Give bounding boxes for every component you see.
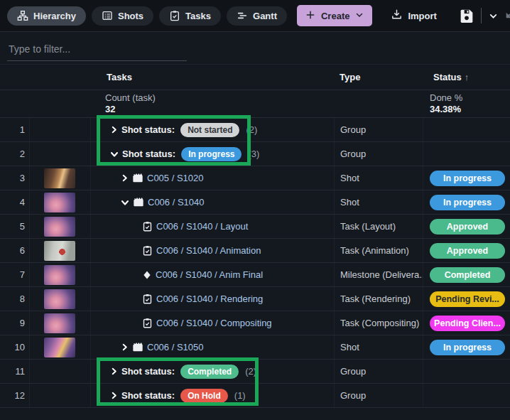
task-label[interactable]: Shot status:	[121, 366, 175, 377]
row-number: 10	[0, 335, 30, 359]
row-number: 9	[0, 311, 30, 335]
task-label[interactable]: Shot status:	[121, 390, 175, 401]
task-label[interactable]: C006 / S1040	[148, 197, 205, 208]
column-header-type[interactable]: Type	[334, 72, 423, 82]
table-row[interactable]: 1	[0, 118, 510, 142]
task-label[interactable]: C006 / S1040 / Anim Final	[156, 269, 263, 280]
table-row[interactable]: 12	[0, 384, 510, 408]
table-row[interactable]: 2	[0, 142, 510, 166]
save-button[interactable]	[460, 9, 474, 23]
column-header-status[interactable]: Status↑	[423, 72, 510, 82]
task-label[interactable]: C006 / S1040 / Rendering	[156, 294, 263, 304]
table-row[interactable]: 4	[0, 190, 510, 215]
row-number: 11	[0, 360, 30, 383]
film-icon	[133, 197, 144, 208]
chevron-right-icon[interactable]	[110, 392, 118, 399]
done-value: 34.38%	[430, 104, 510, 115]
type-cell: Task (Layout)	[334, 215, 423, 238]
status-pill[interactable]: Approved	[430, 219, 505, 235]
tab-gantt[interactable]: Gantt	[227, 6, 287, 26]
tab-label: Shots	[118, 11, 143, 21]
milestone-diamond-icon	[142, 270, 152, 280]
status-pill[interactable]: Pending Clien...	[430, 316, 505, 331]
table-row[interactable]: 8	[0, 287, 510, 311]
type-cell: Group	[334, 142, 423, 166]
status-pill[interactable]: Completed	[430, 267, 505, 283]
type-cell: Task (Compositing)	[334, 311, 423, 335]
import-icon	[391, 9, 403, 23]
table-row[interactable]: 5	[0, 215, 510, 239]
task-label[interactable]: C006 / S1050	[147, 342, 204, 352]
chevron-right-icon[interactable]	[110, 126, 118, 134]
shot-thumbnail[interactable]	[44, 313, 75, 333]
clipboard-check-icon	[142, 318, 153, 328]
chevron-right-icon[interactable]	[121, 174, 129, 182]
group-count: (1)	[234, 390, 246, 401]
chevron-down-icon[interactable]	[121, 198, 129, 207]
clipboard-check-icon	[142, 245, 153, 256]
task-label[interactable]: C006 / S1040 / Layout	[156, 221, 248, 232]
shot-thumbnail[interactable]	[44, 193, 75, 212]
table-header: Tasks Type Status↑	[0, 64, 510, 90]
group-count: (2)	[246, 124, 257, 135]
task-label[interactable]: Shot status:	[122, 149, 175, 159]
type-cell: Shot	[334, 166, 423, 190]
sort-arrow-icon: ↑	[465, 72, 470, 82]
task-label[interactable]: C006 / S1040 / Animation	[156, 245, 261, 256]
tab-tasks[interactable]: Tasks	[159, 6, 221, 26]
summary-row: Count (task) 32 Done % 34.38%	[0, 90, 510, 118]
save-options-chevron-icon[interactable]	[489, 11, 498, 21]
filter-input[interactable]	[7, 41, 187, 61]
type-cell: Shot	[334, 335, 423, 359]
task-label[interactable]: Shot status:	[121, 124, 175, 135]
chevron-down-icon[interactable]	[110, 150, 119, 158]
table-row[interactable]: 6	[0, 239, 510, 263]
type-cell: Task (Animation)	[334, 239, 423, 262]
row-number: 2	[0, 142, 30, 166]
chevron-right-icon[interactable]	[121, 343, 129, 351]
create-button[interactable]: Create	[297, 5, 372, 26]
table-row[interactable]: 9	[0, 311, 510, 335]
filter-section	[0, 32, 510, 64]
column-header-tasks[interactable]: Tasks	[91, 72, 334, 82]
status-pill[interactable]: In progress	[430, 171, 505, 186]
status-pill[interactable]: In progress	[430, 340, 505, 355]
table-row[interactable]: 11	[0, 360, 510, 384]
status-pill[interactable]: Pending Revi...	[430, 291, 505, 307]
row-number: 3	[0, 166, 30, 190]
table-row[interactable]: 10	[0, 335, 510, 360]
count-label: Count (task)	[105, 92, 334, 104]
shot-thumbnail[interactable]	[44, 241, 75, 261]
import-button[interactable]: Import	[384, 9, 443, 23]
tab-shots[interactable]: Shots	[92, 6, 153, 26]
film-icon	[132, 173, 143, 184]
type-cell: Shot	[334, 190, 423, 214]
shot-thumbnail[interactable]	[44, 217, 75, 237]
shot-thumbnail[interactable]	[44, 289, 75, 309]
row-number: 7	[0, 263, 30, 286]
table-row[interactable]: 3	[0, 166, 510, 190]
type-cell: Group	[334, 360, 423, 383]
undo-button[interactable]	[505, 9, 510, 23]
list-icon	[102, 10, 113, 21]
status-pill[interactable]: In progress	[430, 195, 505, 210]
group-status-badge: Not started	[180, 123, 239, 137]
group-status-badge: On Hold	[180, 389, 228, 403]
type-cell: Group	[334, 384, 423, 407]
done-label: Done %	[430, 92, 510, 104]
chevron-right-icon[interactable]	[110, 367, 118, 375]
task-label[interactable]: C005 / S1020	[147, 173, 204, 183]
clipboard-check-icon	[169, 10, 180, 21]
row-number: 1	[0, 118, 30, 141]
chevron-down-icon	[355, 11, 364, 21]
type-cell: Milestone (Delivera...	[334, 263, 423, 286]
task-label[interactable]: C006 / S1040 / Compositing	[156, 318, 272, 328]
table-row[interactable]: 7	[0, 263, 510, 287]
shot-thumbnail[interactable]	[44, 168, 75, 188]
shot-thumbnail[interactable]	[44, 265, 75, 285]
group-status-badge: Completed	[180, 365, 239, 379]
status-pill[interactable]: Approved	[430, 243, 505, 259]
film-icon	[132, 342, 143, 353]
shot-thumbnail[interactable]	[44, 338, 75, 357]
tab-hierarchy[interactable]: Hierarchy	[7, 6, 86, 26]
